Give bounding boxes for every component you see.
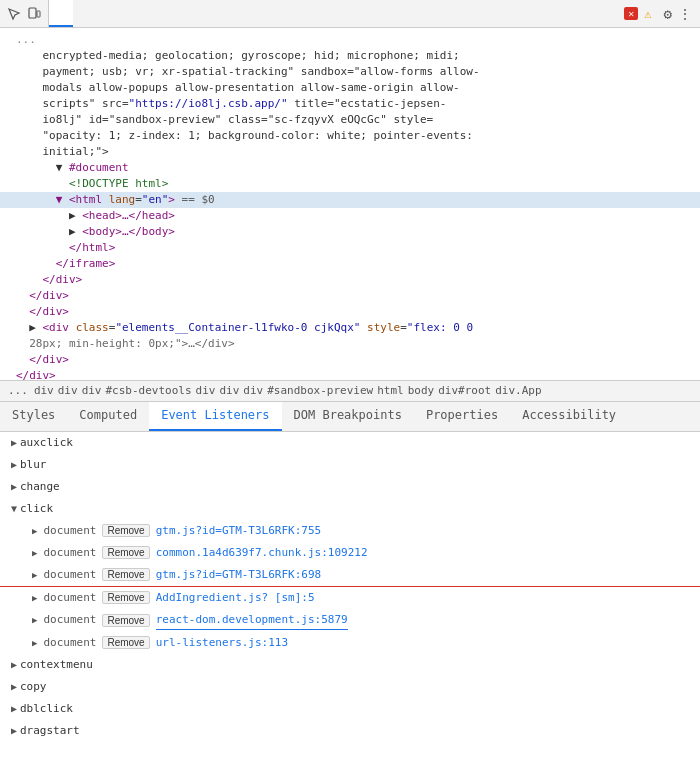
expand-arrow-closed <box>8 656 20 674</box>
bottom-tab-styles[interactable]: Styles <box>0 402 67 431</box>
toolbar-right: ✕ ⚠ ⚙ ⋮ <box>616 6 700 22</box>
breadcrumb-item[interactable]: body <box>408 384 435 397</box>
entry-expand-arrow[interactable]: ▶ <box>32 634 37 652</box>
bottom-tab-properties[interactable]: Properties <box>414 402 510 431</box>
event-source: document <box>43 634 96 652</box>
html-line[interactable]: <!DOCTYPE html> <box>0 176 700 192</box>
device-icon[interactable] <box>26 6 42 22</box>
event-listener-entry: ▶documentRemovecommon.1a4d639f7.chunk.js… <box>0 542 700 564</box>
error-icon: ✕ <box>628 8 634 19</box>
event-listeners-panel: auxclickblurchangeclick▶documentRemovegt… <box>0 432 700 776</box>
event-group-header[interactable]: change <box>0 476 700 498</box>
event-group-header[interactable]: click <box>0 498 700 520</box>
event-group-header[interactable]: dblclick <box>0 698 700 720</box>
html-line[interactable]: ▶ <div class="elements__Container-l1fwko… <box>0 320 700 336</box>
bottom-tab-computed[interactable]: Computed <box>67 402 149 431</box>
tab-network[interactable] <box>97 0 121 27</box>
entry-expand-arrow[interactable]: ▶ <box>32 566 37 584</box>
entry-expand-arrow[interactable]: ▶ <box>32 589 37 607</box>
svg-rect-1 <box>37 11 40 17</box>
event-listener-entry: ▶documentRemovereact-dom.development.js:… <box>0 609 700 632</box>
breadcrumb-item[interactable]: div <box>82 384 102 397</box>
html-line[interactable]: ▶ <head>…</head> <box>0 208 700 224</box>
breadcrumb-item[interactable]: div <box>58 384 78 397</box>
html-line[interactable]: ▶ <body>…</body> <box>0 224 700 240</box>
event-listener-entry: ▶documentRemoveAddIngredient.js? [sm]:5 <box>0 586 700 609</box>
html-line[interactable]: </iframe> <box>0 256 700 272</box>
event-source: document <box>43 566 96 584</box>
bottom-tabs: StylesComputedEvent ListenersDOM Breakpo… <box>0 402 700 432</box>
event-group-header[interactable]: copy <box>0 676 700 698</box>
breadcrumb-item[interactable]: div#root <box>438 384 491 397</box>
event-source: document <box>43 611 96 629</box>
settings-icon[interactable]: ⚙ <box>664 6 672 22</box>
tab-console[interactable] <box>73 0 97 27</box>
remove-listener-button[interactable]: Remove <box>102 546 149 559</box>
event-listener-link[interactable]: gtm.js?id=GTM-T3L6RFK:755 <box>156 522 322 540</box>
remove-listener-button[interactable]: Remove <box>102 591 149 604</box>
event-group-header[interactable]: blur <box>0 454 700 476</box>
html-line[interactable]: modals allow-popups allow-presentation a… <box>0 80 700 96</box>
event-group-header[interactable]: contextmenu <box>0 654 700 676</box>
breadcrumb-item[interactable]: #sandbox-preview <box>267 384 373 397</box>
breadcrumb-item[interactable]: div <box>219 384 239 397</box>
remove-listener-button[interactable]: Remove <box>102 568 149 581</box>
bottom-tab-dom-breakpoints[interactable]: DOM Breakpoints <box>282 402 414 431</box>
entry-expand-arrow[interactable]: ▶ <box>32 544 37 562</box>
html-line[interactable]: scripts" src="https://io8lj.csb.app/" ti… <box>0 96 700 112</box>
more-options-icon[interactable]: ⋮ <box>678 6 692 22</box>
event-source: document <box>43 589 96 607</box>
remove-listener-button[interactable]: Remove <box>102 636 149 649</box>
html-line[interactable]: </div> <box>0 304 700 320</box>
event-group-header[interactable]: auxclick <box>0 432 700 454</box>
event-listener-link[interactable]: react-dom.development.js:5879 <box>156 611 348 630</box>
event-listener-link[interactable]: gtm.js?id=GTM-T3L6RFK:698 <box>156 566 322 584</box>
html-line-dots: ... <box>0 32 700 48</box>
event-listener-link[interactable]: url-listeners.js:113 <box>156 634 288 652</box>
breadcrumb-item[interactable]: html <box>377 384 404 397</box>
entry-expand-arrow[interactable]: ▶ <box>32 522 37 540</box>
breadcrumb-item[interactable]: div <box>243 384 263 397</box>
bottom-tab-event-listeners[interactable]: Event Listeners <box>149 402 281 431</box>
html-line[interactable]: encrypted-media; geolocation; gyroscope;… <box>0 48 700 64</box>
entry-expand-arrow[interactable]: ▶ <box>32 611 37 629</box>
html-line[interactable]: payment; usb; vr; xr-spatial-tracking" s… <box>0 64 700 80</box>
html-line[interactable]: ▼ #document <box>0 160 700 176</box>
remove-listener-button[interactable]: Remove <box>102 614 149 627</box>
html-line[interactable]: </div> <box>0 352 700 368</box>
tab-elements[interactable] <box>49 0 73 27</box>
breadcrumb-item[interactable]: div <box>196 384 216 397</box>
event-listener-link[interactable]: common.1a4d639f7.chunk.js:109212 <box>156 544 368 562</box>
event-group: dblclick <box>0 698 700 720</box>
event-name: auxclick <box>20 434 73 452</box>
inspect-icon[interactable] <box>6 6 22 22</box>
tab-application[interactable] <box>121 0 145 27</box>
event-source: document <box>43 522 96 540</box>
remove-listener-button[interactable]: Remove <box>102 524 149 537</box>
event-name: blur <box>20 456 47 474</box>
bottom-tab-accessibility[interactable]: Accessibility <box>510 402 628 431</box>
html-line[interactable]: ▼ <html lang="en"> == $0 <box>0 192 700 208</box>
event-listener-entry: ▶documentRemovegtm.js?id=GTM-T3L6RFK:698 <box>0 564 700 586</box>
html-line[interactable]: initial;"> <box>0 144 700 160</box>
breadcrumb-item[interactable]: div <box>34 384 54 397</box>
html-line[interactable]: </div> <box>0 368 700 380</box>
breadcrumb-item[interactable]: #csb-devtools <box>106 384 192 397</box>
event-group: contextmenu <box>0 654 700 676</box>
html-line[interactable]: "opacity: 1; z-index: 1; background-colo… <box>0 128 700 144</box>
event-group-header[interactable]: dragstart <box>0 720 700 742</box>
breadcrumb-item[interactable]: div.App <box>495 384 541 397</box>
html-line[interactable]: </html> <box>0 240 700 256</box>
expand-arrow-closed <box>8 722 20 740</box>
html-line[interactable]: 28px; min-height: 0px;">…</div> <box>0 336 700 352</box>
event-listener-link[interactable]: AddIngredient.js? [sm]:5 <box>156 589 315 607</box>
warning-icon: ⚠ <box>644 7 651 21</box>
expand-arrow-closed <box>8 434 20 452</box>
event-group: click▶documentRemovegtm.js?id=GTM-T3L6RF… <box>0 498 700 654</box>
html-line[interactable]: io8lj" id="sandbox-preview" class="sc-fz… <box>0 112 700 128</box>
toolbar-icon-group <box>0 0 49 27</box>
tab-sources[interactable] <box>145 0 169 27</box>
html-line[interactable]: </div> <box>0 288 700 304</box>
html-line[interactable]: </div> <box>0 272 700 288</box>
event-name: contextmenu <box>20 656 93 674</box>
